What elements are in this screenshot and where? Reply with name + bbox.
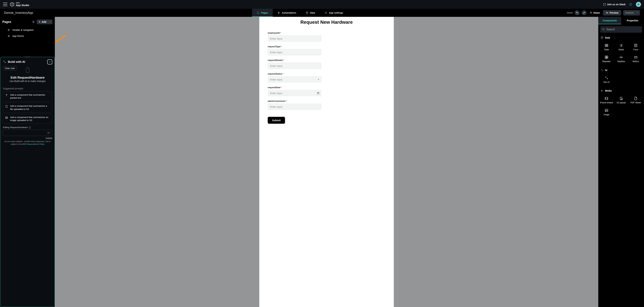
app-header: Donnie_InventoryApp Pages Automations Da… — [0, 9, 644, 17]
svg-point-10 — [607, 13, 607, 13]
share-button[interactable]: Share — [589, 12, 601, 14]
component-metrics[interactable]: Metrics — [629, 54, 643, 64]
redo-icon — [583, 12, 586, 14]
avatar[interactable]: D — [636, 2, 641, 7]
pdf-icon — [634, 96, 638, 101]
editor-tabs: Pages Automations Data App settings — [252, 9, 348, 17]
clear-chat-button[interactable]: Clear chat — [3, 66, 16, 70]
section-data: Data — [598, 35, 644, 41]
component-table[interactable]: Table — [599, 42, 614, 52]
select-requestStatus[interactable] — [268, 76, 322, 83]
upload-icon — [619, 96, 623, 101]
redo-button[interactable] — [582, 10, 587, 15]
section-media: Media — [598, 88, 644, 94]
publish-dropdown[interactable] — [635, 10, 640, 16]
suggested-prompt-file[interactable]: Add a component that summarizes a file u… — [3, 103, 52, 112]
stepflow-icon — [619, 55, 623, 59]
tab-app-settings[interactable]: App settings — [320, 9, 348, 17]
page-icon — [29, 126, 31, 129]
svg-text:?: ? — [630, 4, 631, 5]
component-pdf[interactable]: PDF viewer — [629, 95, 643, 105]
tab-components[interactable]: Components — [598, 17, 621, 24]
sparkle-icon — [600, 69, 603, 72]
input-requestDetails[interactable] — [268, 63, 322, 69]
add-page-dropdown[interactable] — [48, 20, 52, 24]
saved-status: Saved — [567, 12, 572, 14]
product-logo[interactable]: AWS App Studio — [10, 2, 29, 7]
settings-icon[interactable] — [32, 20, 35, 24]
sidebar-item-header-nav[interactable]: Header & navigation — [0, 27, 55, 33]
chevron-down-icon — [50, 21, 51, 23]
svg-point-7 — [326, 13, 326, 13]
input-requestDate[interactable] — [268, 90, 322, 96]
svg-point-3 — [605, 5, 605, 6]
preview-button[interactable]: Preview — [603, 10, 621, 16]
component-s3upload[interactable]: S3 upload — [614, 95, 628, 105]
svg-point-23 — [620, 57, 620, 58]
svg-point-24 — [622, 57, 622, 58]
tab-automations[interactable]: Automations — [273, 9, 301, 17]
editing-context: Editing RequestHardware — [3, 126, 52, 129]
input-employeeId[interactable] — [268, 35, 322, 42]
svg-point-2 — [603, 5, 604, 6]
chevron-down-icon — [318, 78, 320, 81]
sidebar-item-app-theme[interactable]: App theme — [0, 33, 55, 39]
field-employeeId: employeeId* — [268, 32, 338, 42]
image-icon — [5, 116, 8, 119]
suggested-prompt-text[interactable]: Add a component that summarizes pasted t… — [3, 92, 52, 101]
component-image[interactable]: Image — [599, 107, 614, 117]
suggested-prompt-image[interactable]: Add a component that summarizes an image… — [3, 114, 52, 124]
svg-point-15 — [603, 29, 604, 30]
component-repeater[interactable]: Repeater — [599, 54, 614, 64]
tab-properties[interactable]: Properties — [621, 17, 644, 24]
table-icon — [604, 44, 608, 48]
svg-rect-21 — [605, 57, 606, 59]
form-title: Request New Hardware — [268, 20, 386, 25]
svg-rect-14 — [317, 92, 319, 94]
component-stepflow[interactable]: Stepflow — [614, 54, 628, 64]
svg-point-9 — [591, 12, 592, 13]
svg-rect-25 — [634, 56, 637, 58]
ai-edit-subtitle: Use Build with AI to make changes — [3, 80, 52, 83]
submit-button[interactable]: Submit — [268, 117, 285, 124]
required-indicator: * — [280, 32, 281, 34]
component-iframe[interactable]: iFrame embed — [599, 95, 614, 105]
canvas[interactable]: Request New Hardware employeeId* request… — [55, 17, 598, 307]
left-sidebar: Pages Add Header & nav — [0, 17, 55, 307]
component-form[interactable]: Form — [629, 42, 643, 52]
required-indicator: * — [281, 45, 282, 48]
eye-icon — [606, 12, 608, 14]
hash-icon — [8, 35, 10, 37]
ai-prompt-input[interactable] — [5, 132, 48, 134]
component-detail[interactable]: Detail — [614, 42, 628, 52]
field-adminComments: adminComments* — [268, 100, 338, 110]
responsible-ai-link[interactable]: AWS Responsible AI Policy — [22, 143, 44, 145]
input-requestType[interactable] — [268, 49, 322, 56]
add-page-button[interactable]: Add — [37, 20, 52, 24]
component-search-input[interactable] — [606, 28, 640, 31]
publish-button[interactable]: Publish — [623, 10, 636, 16]
send-icon[interactable] — [48, 131, 50, 134]
collapse-ai-panel-button[interactable] — [47, 59, 52, 65]
svg-rect-20 — [607, 56, 608, 57]
input-adminComments[interactable] — [268, 103, 322, 110]
component-genai[interactable]: Gen AI — [599, 75, 614, 85]
tab-pages[interactable]: Pages — [252, 9, 273, 17]
chevron-down-icon — [48, 61, 51, 63]
undo-icon — [576, 12, 578, 14]
undo-button[interactable] — [574, 10, 580, 15]
document-icon — [25, 67, 30, 73]
section-ai: AI — [598, 67, 644, 73]
menu-icon[interactable] — [3, 3, 8, 6]
slack-link[interactable]: Join us on Slack — [603, 3, 626, 6]
svg-point-8 — [590, 12, 591, 13]
help-icon[interactable]: ? — [629, 3, 632, 6]
suggested-prompts-label: Suggested prompts — [3, 87, 52, 90]
play-icon — [600, 89, 603, 92]
ai-disclaimer: AI can make mistakes - double-check resp… — [3, 140, 52, 145]
resize-grip[interactable] — [24, 57, 30, 57]
tab-data[interactable]: Data — [301, 9, 320, 17]
svg-point-16 — [601, 37, 603, 37]
plus-icon — [38, 21, 41, 23]
svg-point-1 — [605, 3, 605, 4]
